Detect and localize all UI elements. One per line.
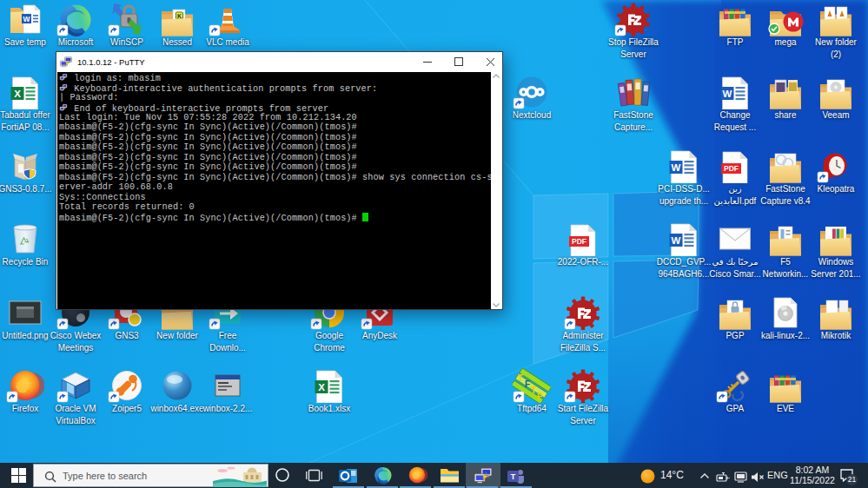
svg-text:W: W [723, 89, 732, 99]
svg-text:T: T [511, 472, 516, 481]
svg-text:F: F [525, 379, 530, 389]
svg-text:PDF: PDF [724, 164, 739, 173]
svg-text:X: X [318, 382, 325, 392]
svg-text:T: T [518, 373, 523, 383]
svg-text:W: W [672, 235, 681, 246]
svg-text:W: W [23, 15, 30, 23]
svg-text:W: W [672, 162, 681, 173]
svg-text:X: X [14, 89, 21, 99]
svg-text:K: K [177, 13, 182, 19]
svg-text:PDF: PDF [572, 237, 586, 246]
svg-text:P: P [537, 392, 543, 401]
svg-text:T: T [531, 386, 536, 395]
